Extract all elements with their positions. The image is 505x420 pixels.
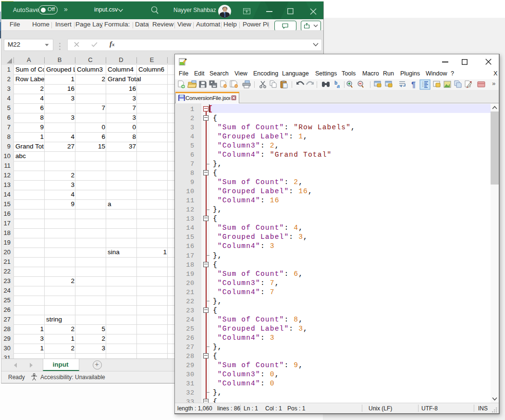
svg-text:¶: ¶ [411,81,416,89]
svg-text:a: a [337,83,340,89]
svg-text:»: » [492,80,495,87]
